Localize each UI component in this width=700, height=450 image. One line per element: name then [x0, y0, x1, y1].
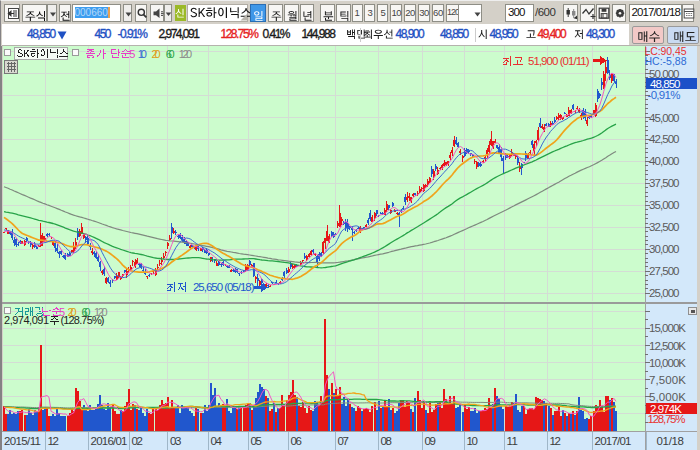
svg-text:128,75%: 128,75%: [648, 413, 686, 425]
svg-text:2015/11: 2015/11: [4, 435, 41, 447]
svg-text:08: 08: [381, 435, 393, 447]
svg-text:45,000: 45,000: [649, 112, 680, 124]
svg-text:37,500: 37,500: [649, 177, 680, 189]
svg-text:2,974,091: 2,974,091: [4, 314, 49, 326]
svg-text:120: 120: [179, 48, 193, 60]
svg-text:2017/01: 2017/01: [595, 435, 632, 447]
svg-text:(128.75%): (128.75%): [61, 314, 105, 326]
svg-text:30,000: 30,000: [649, 243, 680, 255]
svg-text:03: 03: [170, 435, 182, 447]
svg-text:7,500K: 7,500K: [649, 374, 686, 386]
svg-text:5: 5: [129, 48, 135, 60]
svg-text:40,000: 40,000: [649, 155, 680, 167]
svg-text:42,500: 42,500: [649, 133, 680, 145]
svg-text:04: 04: [211, 435, 223, 447]
svg-text:01/18: 01/18: [657, 435, 685, 447]
svg-text:2016/01: 2016/01: [91, 435, 128, 447]
svg-text:10: 10: [138, 48, 147, 60]
svg-text:25,000: 25,000: [649, 287, 680, 299]
svg-text:60: 60: [166, 48, 175, 60]
svg-text:11: 11: [507, 435, 519, 447]
svg-text:5,000K: 5,000K: [649, 391, 686, 403]
svg-text:12,500K: 12,500K: [649, 340, 686, 352]
svg-text:51,900 (01/11): 51,900 (01/11): [528, 55, 590, 67]
svg-text:07: 07: [338, 435, 350, 447]
svg-text:HC:-5,88: HC:-5,88: [645, 55, 687, 67]
svg-text:-0,91%: -0,91%: [648, 89, 681, 101]
svg-text:02: 02: [132, 435, 144, 447]
svg-text:20: 20: [152, 48, 161, 60]
svg-text:15,000K: 15,000K: [649, 322, 686, 334]
svg-text:12: 12: [550, 435, 562, 447]
svg-text:32,500: 32,500: [649, 221, 680, 233]
svg-text:05: 05: [251, 435, 263, 447]
svg-text:25,650 (05/18): 25,650 (05/18): [193, 281, 255, 293]
svg-text:06: 06: [291, 435, 303, 447]
svg-text:10: 10: [467, 435, 479, 447]
svg-text:27,500: 27,500: [649, 265, 680, 277]
svg-text:10,000K: 10,000K: [649, 357, 686, 369]
svg-text:09: 09: [425, 435, 437, 447]
svg-text:35,000: 35,000: [649, 199, 680, 211]
svg-text:12: 12: [48, 435, 60, 447]
